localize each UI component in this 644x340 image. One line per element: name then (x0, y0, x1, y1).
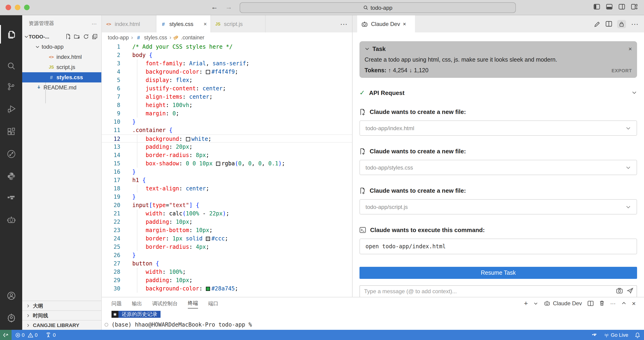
file-request-dropdown[interactable]: todo-app/index.html (360, 120, 637, 136)
kill-terminal-trash-icon[interactable] (599, 300, 605, 306)
close-panel-icon[interactable]: × (632, 299, 636, 307)
tab-styles-css[interactable]: # styles.css × (156, 15, 211, 33)
code-line[interactable]: 15 box-shadow: 0 0 10px rgba(0, 0, 0, 0.… (102, 159, 352, 168)
toggle-panel-icon[interactable] (606, 4, 612, 10)
mql-tools-activity-icon[interactable] (0, 189, 22, 207)
code-line[interactable]: 1/* Add your CSS styles here */ (102, 43, 352, 51)
code-line[interactable]: 5 display: flex; (102, 76, 352, 84)
new-folder-icon[interactable] (74, 34, 80, 39)
python-activity-icon[interactable] (0, 167, 22, 185)
code-line[interactable]: 18 text-align: center; (102, 184, 352, 193)
file-request-dropdown[interactable]: todo-app/script.js (360, 199, 637, 215)
color-swatch[interactable] (186, 137, 190, 141)
cangjie-library-section[interactable]: CANGJIE LIBRARY (22, 320, 101, 330)
code-line[interactable]: 6 justify-content: center; (102, 84, 352, 93)
close-window-button[interactable] (6, 5, 11, 10)
split-terminal-icon[interactable] (588, 300, 594, 306)
live-share-activity-icon[interactable] (0, 144, 22, 163)
terminal-prompt[interactable]: (base) hhao@HOWARDdeMacBook-Pro todo-app… (104, 321, 644, 328)
timeline-section[interactable]: 时间线 (22, 310, 101, 320)
run-debug-activity-icon[interactable] (0, 100, 22, 118)
code-line[interactable]: 2body { (102, 51, 352, 59)
command-center-search[interactable]: todo-app (240, 2, 516, 13)
refresh-icon[interactable] (83, 34, 89, 39)
code-line[interactable]: 9 margin: 0; (102, 109, 352, 118)
terminal-dropdown-icon[interactable] (534, 301, 538, 305)
code-line[interactable]: 16} (102, 168, 352, 176)
export-button[interactable]: EXPORT (612, 68, 632, 73)
mql-status[interactable] (591, 332, 597, 338)
chevron-down-icon[interactable] (364, 46, 370, 51)
maximize-panel-icon[interactable] (621, 301, 626, 306)
extensions-activity-icon[interactable] (0, 122, 22, 141)
code-line[interactable]: 13 padding: 20px; (102, 143, 352, 151)
code-line[interactable]: 4 background-color: #f4f4f9; (102, 68, 352, 76)
notifications-bell[interactable] (635, 332, 640, 338)
tab-output[interactable]: 输出 (132, 298, 142, 308)
edit-pencil-icon[interactable] (594, 21, 600, 27)
tab-problems[interactable]: 问题 (112, 298, 122, 308)
code-line[interactable]: 24 border: 1px solid #ccc; (102, 234, 352, 243)
claude-more-actions-icon[interactable]: ··· (631, 20, 638, 28)
color-swatch[interactable] (206, 237, 210, 241)
tab-debug-console[interactable]: 调试控制台 (152, 298, 178, 308)
go-live-button[interactable]: Go Live (604, 332, 628, 338)
tree-file-readme-md[interactable]: README.md (22, 82, 101, 93)
code-line[interactable]: 17h1 { (102, 176, 352, 184)
terminal-entry-claude-dev[interactable]: Claude Dev (544, 300, 582, 307)
code-line[interactable]: 30 background-color: #28a745; (102, 284, 352, 293)
breadcrumb-folder[interactable]: todo-app (108, 35, 129, 40)
chevron-down-icon[interactable] (632, 90, 637, 95)
code-line[interactable]: 12 background: white; (102, 134, 352, 143)
ports-status[interactable]: 0 (46, 332, 56, 338)
tab-terminal[interactable]: 终端 (188, 298, 198, 308)
file-request-dropdown[interactable]: todo-app/styles.css (360, 160, 637, 175)
collapse-all-icon[interactable] (92, 34, 98, 39)
code-line[interactable]: 25 border-radius: 4px; (102, 243, 352, 251)
search-activity-icon[interactable] (0, 57, 22, 75)
tree-folder-todo-app[interactable]: todo-app (22, 42, 101, 52)
chat-message-input[interactable] (360, 285, 637, 297)
lock-editor-group-button[interactable] (617, 20, 626, 28)
source-control-activity-icon[interactable] (0, 77, 22, 96)
close-tab-icon[interactable]: × (403, 21, 406, 27)
history-forward-icon[interactable]: → (225, 3, 232, 11)
customize-layout-icon[interactable] (631, 4, 638, 10)
remote-indicator[interactable] (0, 330, 12, 340)
send-icon[interactable] (627, 288, 633, 294)
tab-ports[interactable]: 端口 (208, 298, 218, 308)
tab-index-html[interactable]: <> index.html (102, 15, 156, 33)
workspace-section[interactable]: TODO-... (22, 32, 101, 42)
color-swatch[interactable] (206, 287, 210, 291)
close-tab-icon[interactable]: × (204, 21, 207, 27)
code-line[interactable]: 27button { (102, 259, 352, 268)
code-line[interactable]: 11.container { (102, 126, 352, 134)
settings-gear-icon[interactable] (0, 308, 22, 326)
breadcrumb-file[interactable]: styles.css (144, 35, 167, 40)
code-line[interactable]: 14 border-radius: 8px; (102, 151, 352, 159)
code-line[interactable]: 10} (102, 118, 352, 126)
problems-status[interactable]: 0 0 (15, 332, 38, 338)
screenshot-camera-icon[interactable] (616, 288, 623, 294)
tree-file-script-js[interactable]: JS script.js (22, 62, 101, 72)
editor-more-actions-icon[interactable]: ··· (340, 20, 348, 28)
minimize-window-button[interactable] (15, 5, 20, 10)
toggle-secondary-sidebar-icon[interactable] (618, 4, 625, 10)
explorer-activity-icon[interactable] (0, 25, 22, 44)
code-line[interactable]: 22 padding: 10px; (102, 218, 352, 226)
new-file-icon[interactable] (65, 34, 71, 39)
zoom-window-button[interactable] (24, 5, 30, 10)
code-line[interactable]: 3 font-family: Arial, sans-serif; (102, 59, 352, 68)
code-line[interactable]: 28 width: 100%; (102, 268, 352, 276)
code-line[interactable]: 29 padding: 10px; (102, 276, 352, 284)
color-swatch[interactable] (206, 70, 210, 74)
close-task-icon[interactable]: × (628, 45, 632, 52)
color-swatch[interactable] (216, 162, 220, 166)
accounts-icon[interactable] (0, 286, 22, 305)
resume-task-button[interactable]: Resume Task (360, 267, 637, 279)
api-request-row[interactable]: ✓ API Request (360, 89, 637, 96)
tab-script-js[interactable]: JS script.js (211, 15, 266, 33)
tree-file-index-html[interactable]: <> index.html (22, 52, 101, 62)
code-line[interactable]: 23 margin-bottom: 10px; (102, 226, 352, 234)
breadcrumb-symbol[interactable]: .container (181, 35, 204, 40)
